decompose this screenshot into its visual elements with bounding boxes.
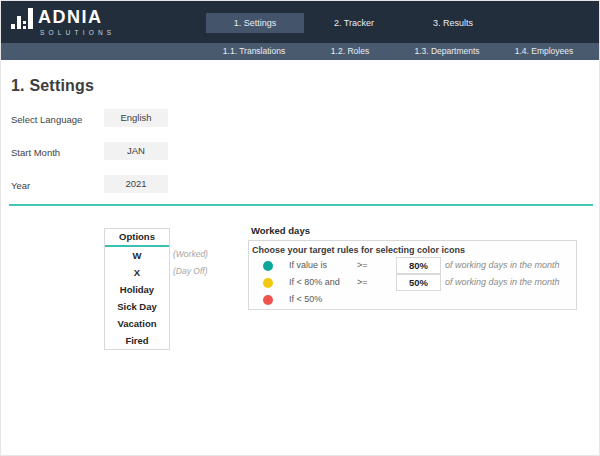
rules-subtitle: Choose your target rules for selecting c… [252, 245, 465, 255]
brand-name: ADNIA [38, 7, 115, 27]
rule-suffix: of working days in the month [445, 257, 560, 274]
option-row-sickday: Sick Day [105, 298, 169, 315]
worked-days-rules-panel: Choose your target rules for selecting c… [248, 240, 577, 310]
rule-row-green: If value is >= 80% of working days in th… [249, 257, 576, 274]
tab-results[interactable]: 3. Results [404, 13, 502, 33]
option-row-dayoff: X [105, 264, 169, 281]
rule-threshold-input[interactable]: 80% [396, 257, 441, 274]
brand-tagline: SOLUTIONS [40, 29, 115, 36]
dayoff-note: (Day Off) [173, 263, 207, 280]
option-row-holiday: Holiday [105, 281, 169, 298]
options-table-header: Options [105, 229, 169, 247]
year-dropdown[interactable]: 2021 [104, 175, 168, 193]
rule-condition: If < 50% [289, 291, 322, 308]
rule-operator: >= [357, 257, 368, 274]
select-language-label: Select Language [11, 114, 82, 125]
rule-suffix: of working days in the month [445, 274, 560, 291]
subnav-item-roles[interactable]: 1.2. Roles [294, 43, 406, 60]
green-status-dot-icon [263, 261, 273, 271]
sub-nav-bar: 1.1. Translations 1.2. Roles 1.3. Depart… [1, 43, 600, 60]
option-row-worked: W [105, 247, 169, 264]
worked-days-title: Worked days [251, 225, 310, 236]
red-status-dot-icon [263, 295, 273, 305]
brand-logo: ADNIA SOLUTIONS [11, 7, 115, 36]
worked-note: (Worked) [173, 246, 208, 263]
option-row-vacation: Vacation [105, 315, 169, 332]
bar-chart-logo-icon [11, 8, 33, 29]
rule-condition: If value is [289, 257, 327, 274]
option-row-fired: Fired [105, 332, 169, 349]
rule-row-red: If < 50% [249, 291, 576, 308]
subnav-item-departments[interactable]: 1.3. Departments [391, 43, 503, 60]
rule-operator: >= [357, 274, 368, 291]
teal-divider [9, 204, 593, 206]
page-title: 1. Settings [11, 77, 94, 95]
rule-threshold-input[interactable]: 50% [396, 274, 441, 291]
rule-condition: If < 80% and [289, 274, 340, 291]
rule-row-yellow: If < 80% and >= 50% of working days in t… [249, 274, 576, 291]
select-language-dropdown[interactable]: English [104, 109, 168, 127]
tab-tracker[interactable]: 2. Tracker [305, 13, 403, 33]
start-month-label: Start Month [11, 147, 60, 158]
start-month-dropdown[interactable]: JAN [104, 142, 168, 160]
options-table: Options W X Holiday Sick Day Vacation Fi… [104, 228, 170, 350]
year-label: Year [11, 180, 30, 191]
top-nav-bar: ADNIA SOLUTIONS 1. Settings 2. Tracker 3… [1, 1, 600, 43]
yellow-status-dot-icon [263, 278, 273, 288]
tab-settings[interactable]: 1. Settings [206, 13, 304, 33]
app-window: ADNIA SOLUTIONS 1. Settings 2. Tracker 3… [0, 0, 600, 456]
brand-text: ADNIA SOLUTIONS [38, 7, 115, 36]
subnav-item-employees[interactable]: 1.4. Employees [488, 43, 600, 60]
